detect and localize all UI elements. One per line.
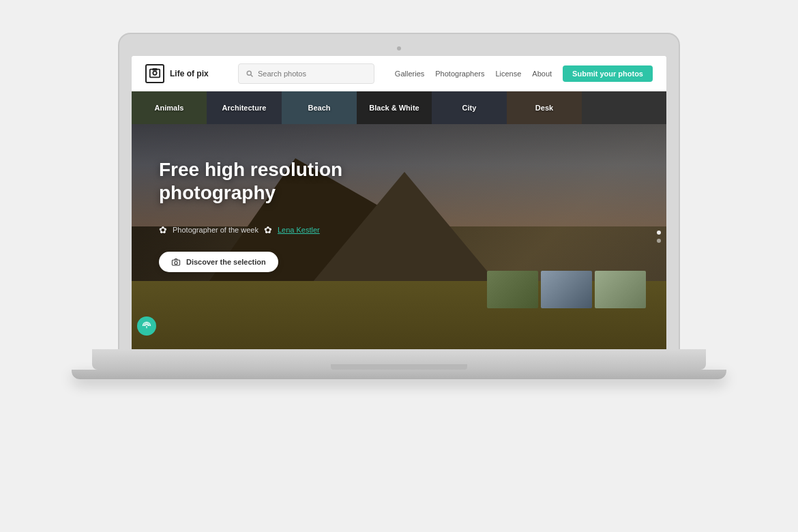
svg-point-3 bbox=[247, 71, 251, 75]
website-content: Life of pix Galleries Photographers Lice… bbox=[132, 56, 666, 349]
category-bar: Animals Architecture Beach Black & White bbox=[132, 91, 666, 124]
bottom-logo-badge[interactable] bbox=[137, 316, 156, 336]
hero-section: Free high resolution photography ✿ Photo… bbox=[132, 124, 666, 349]
discover-selection-button[interactable]: Discover the selection bbox=[159, 252, 278, 272]
hero-title: Free high resolution photography bbox=[159, 158, 377, 204]
fingerprint-icon bbox=[141, 321, 152, 331]
nav-license[interactable]: License bbox=[495, 70, 521, 78]
nav-about[interactable]: About bbox=[532, 70, 552, 78]
search-input[interactable] bbox=[258, 70, 367, 78]
logo-icon bbox=[145, 64, 164, 83]
laurel-left-icon: ✿ bbox=[159, 224, 167, 235]
category-architecture[interactable]: Architecture bbox=[207, 91, 282, 124]
nav-links: Galleries Photographers License About bbox=[395, 70, 552, 78]
svg-line-4 bbox=[251, 74, 253, 76]
laptop-base bbox=[92, 349, 706, 370]
laptop-screen: Life of pix Galleries Photographers Lice… bbox=[132, 56, 666, 349]
nav-photographers[interactable]: Photographers bbox=[435, 70, 484, 78]
logo-text: Life of pix bbox=[170, 69, 209, 78]
search-bar[interactable] bbox=[238, 63, 374, 84]
search-icon bbox=[246, 70, 254, 78]
site-header: Life of pix Galleries Photographers Lice… bbox=[132, 56, 666, 91]
submit-photos-button[interactable]: Submit your photos bbox=[563, 65, 653, 82]
laptop-foot bbox=[72, 370, 726, 379]
category-beach[interactable]: Beach bbox=[282, 91, 357, 124]
photographer-name-link[interactable]: Lena Kestler bbox=[278, 226, 320, 234]
logo-area[interactable]: Life of pix bbox=[145, 64, 227, 83]
discover-btn-label: Discover the selection bbox=[186, 258, 266, 266]
camera-icon bbox=[171, 257, 181, 267]
laptop-container: Life of pix Galleries Photographers Lice… bbox=[58, 34, 740, 498]
photographer-of-week: ✿ Photographer of the week ✿ Lena Kestle… bbox=[159, 224, 639, 235]
hero-content: Free high resolution photography ✿ Photo… bbox=[132, 124, 666, 293]
category-city[interactable]: City bbox=[432, 91, 507, 124]
category-black-white[interactable]: Black & White bbox=[357, 91, 432, 124]
svg-rect-2 bbox=[153, 68, 156, 70]
category-animals[interactable]: Animals bbox=[132, 91, 207, 124]
category-desk[interactable]: Desk bbox=[507, 91, 582, 124]
laptop-camera bbox=[397, 46, 401, 50]
laptop-screen-outer: Life of pix Galleries Photographers Lice… bbox=[119, 34, 679, 349]
svg-point-1 bbox=[153, 71, 156, 74]
photographer-week-label: Photographer of the week bbox=[173, 226, 258, 234]
svg-point-6 bbox=[175, 261, 177, 264]
nav-galleries[interactable]: Galleries bbox=[395, 70, 424, 78]
laurel-right-icon: ✿ bbox=[264, 224, 272, 235]
